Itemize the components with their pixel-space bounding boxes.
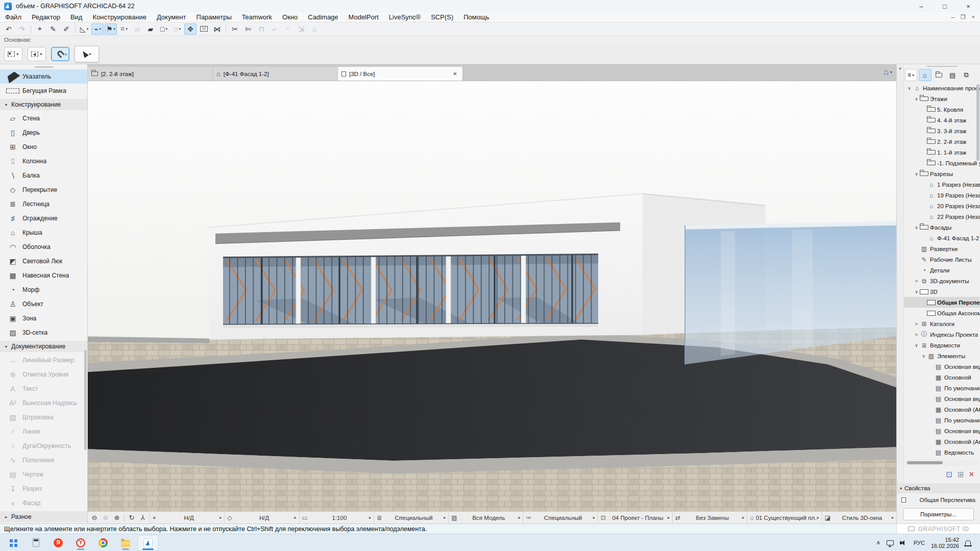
navigator-tree-item[interactable]: ⌂ 20 Разрез (Независи (904, 201, 980, 211)
snap-grid-icon[interactable]: ⌗ (118, 23, 130, 35)
navigator-tree-item[interactable]: 1. 1-й этаж (904, 147, 980, 158)
new-viewpoint-button[interactable]: ⊞ (958, 470, 964, 479)
menu-item[interactable]: Помощь (458, 13, 494, 21)
snap-guides-icon[interactable]: ⌁ (91, 23, 104, 35)
navigator-tree-item[interactable]: ▦ Основной (AC_11_R (904, 404, 980, 415)
minimize-icon[interactable]: – (910, 0, 933, 12)
toolbox-item[interactable]: ↔ Линейный Размер (0, 353, 87, 367)
toolbox-item[interactable]: ▱ Стена (0, 111, 87, 126)
intersect-icon[interactable]: ⌐ (268, 23, 281, 35)
toolbox-item[interactable]: ▸ Разное (0, 511, 87, 522)
tree-expand-arrow-icon[interactable]: > (913, 321, 920, 327)
navigator-tree-item[interactable]: ◔ Детали (904, 265, 980, 276)
mdi-restore-icon[interactable]: ❐ (961, 14, 966, 20)
toolbox-item[interactable]: ▤ Чертеж (0, 467, 87, 482)
toolbox-scrollbar[interactable] (84, 350, 87, 450)
network-icon[interactable] (887, 540, 894, 545)
nav-tab-layout-book[interactable]: ▤ (946, 69, 959, 81)
graphisoft-id-button[interactable]: GRAPHISOFT ID (896, 523, 980, 534)
quick-option-dropdown[interactable]: ◪ Стиль 3D-окна (822, 512, 896, 523)
quick-option-dropdown[interactable]: ⊡ 04 Проект - Планы (598, 512, 672, 523)
navigator-hscrollbar[interactable] (905, 460, 979, 466)
inject-parameters-icon[interactable]: ✐ (60, 23, 72, 35)
yandex-browser-app[interactable] (70, 535, 91, 550)
toolbar-button[interactable] (226, 25, 226, 33)
menu-item[interactable]: Параметры (191, 13, 237, 21)
toolbox-item[interactable]: A Текст (0, 382, 87, 396)
arrow-tool-button[interactable] (75, 46, 99, 62)
toolbox-item[interactable]: Указатель (0, 69, 87, 84)
navigator-tree-item[interactable]: Общая Аксонометрия (904, 308, 980, 318)
navigator-tree-item[interactable]: ⌂ Ф-41 Фасад 1-2 (Авто (904, 233, 980, 243)
toolbox-item[interactable]: ◇ Перекрытие (0, 183, 87, 197)
toolbox-item[interactable]: ⊕ Отметка Уровня (0, 367, 87, 382)
quick-option-dropdown[interactable]: ◇ Н/Д (224, 512, 299, 523)
tree-expand-arrow-icon[interactable]: ∨ (913, 225, 920, 230)
toolbox-item[interactable]: ⊞ Окно (0, 140, 87, 154)
menu-item[interactable]: Документ (152, 13, 191, 21)
navigator-tree-item[interactable]: ▤ Основная ведомость (904, 361, 980, 372)
orbit-icon[interactable]: ↻ (126, 514, 137, 521)
navigator-tree-item[interactable]: ▤ Ведомость (904, 447, 980, 458)
menu-item[interactable]: SCP(S) (426, 13, 458, 21)
view-tab[interactable]: ⌂ [Ф-41 Фасад 1-2] × (213, 67, 338, 81)
adjust-icon[interactable]: ⊓ (255, 23, 267, 35)
toolbox-item[interactable]: ⌷ Колонна (0, 154, 87, 168)
snap-3d-icon[interactable]: ✥ (184, 23, 197, 35)
menu-item[interactable]: Окно (277, 13, 303, 21)
tree-expand-arrow-icon[interactable]: ∨ (913, 96, 920, 102)
toolbox-item[interactable]: ⌅ Фасад (0, 496, 87, 510)
navigator-tree-item[interactable]: 5. Кровля (904, 104, 980, 115)
navigator-tree-item[interactable]: ▥ Развертки (904, 243, 980, 254)
marquee-constraint-icon[interactable]: ⋈ (211, 23, 223, 35)
snap-points-icon[interactable]: ⚑ (105, 23, 117, 35)
menu-item[interactable]: LiveSync® (384, 13, 426, 21)
toolbox-item[interactable]: ∕ Линия (0, 424, 87, 439)
navigator-tree-item[interactable]: ∨ Фасады (904, 222, 980, 233)
project-chooser-button[interactable]: ≡ (905, 69, 917, 81)
toolbox-grip[interactable] (35, 66, 53, 68)
explorer-app[interactable] (115, 535, 136, 550)
navigator-collapse-strip[interactable]: ▾ (897, 64, 904, 483)
toolbox-item[interactable]: ▣ Зона (0, 311, 87, 325)
guide-lines-icon[interactable]: ◺ (78, 23, 90, 35)
select-combo-button[interactable] (4, 47, 22, 61)
toolbox-item[interactable]: ▨ 3D-сетка (0, 325, 87, 340)
navigator-tree-item[interactable]: ▤ По умолчанию (904, 383, 980, 393)
toolbox-item[interactable]: ≣ Лестница (0, 197, 87, 211)
navigator-tree-item[interactable]: ∨ 3D (904, 286, 980, 297)
view-tab[interactable]: [3D / Все] × (338, 67, 463, 81)
quick-option-dropdown[interactable]: ≣ Специальный (374, 512, 448, 523)
navigator-tree-item[interactable]: > ⧉ 3D-документы (904, 276, 980, 286)
navigator-hscroll-thumb[interactable] (907, 461, 943, 464)
zoom-prev-icon[interactable]: ⊚ (100, 514, 111, 521)
zoom-out-icon[interactable]: ⊖ (89, 514, 100, 521)
navigator-tree-item[interactable]: ∨ Разрезы (904, 168, 980, 179)
quick-option-dropdown[interactable]: ▭ 1:100 (299, 512, 374, 523)
marquee-combo-button[interactable] (28, 47, 46, 61)
language-indicator[interactable]: РУС (914, 540, 925, 546)
toolbox-item[interactable]: ○ Дуга/Окружность (0, 439, 87, 453)
navigator-tree-item[interactable]: ⌂ 22 Разрез (Независи (904, 211, 980, 222)
volume-icon[interactable] (900, 540, 908, 546)
viewpoint-settings-button[interactable]: ⊡ (946, 470, 953, 479)
quick-option-dropdown[interactable]: ⇄ Без Замены (672, 512, 747, 523)
view-tab[interactable]: [2. 2-й этаж] × (88, 67, 213, 81)
virtual-trace-icon[interactable]: □ (158, 23, 170, 35)
navigator-tree-item[interactable]: 3. 3-й этаж (904, 126, 980, 136)
walk-icon[interactable]: ⅄ (137, 514, 149, 521)
nav-tab-project-map[interactable]: ⌂ (919, 69, 932, 81)
mdi-close-icon[interactable]: × (972, 14, 975, 20)
ghost-figure-icon[interactable]: ◌ (171, 23, 183, 35)
split-icon[interactable]: ✄ (242, 23, 254, 35)
nav-tab-publisher[interactable]: ⧉ (960, 69, 973, 81)
toolbox-item[interactable]: Бегущая Рамка (0, 84, 87, 98)
zoom-in-icon[interactable]: ⊕ (111, 514, 122, 521)
toolbox-item[interactable]: ♙ Объект (0, 297, 87, 311)
chrome-app[interactable] (93, 535, 113, 550)
navigator-tree-item[interactable]: ▦ Основной (ArchiTe (904, 436, 980, 447)
navigator-tree-item[interactable]: ∨ ⌂ Наименование проекта (904, 83, 980, 93)
archicad-app[interactable] (138, 535, 158, 550)
toolbar-button[interactable] (31, 25, 31, 33)
toolbox-item[interactable]: ▧ Штриховка (0, 410, 87, 424)
